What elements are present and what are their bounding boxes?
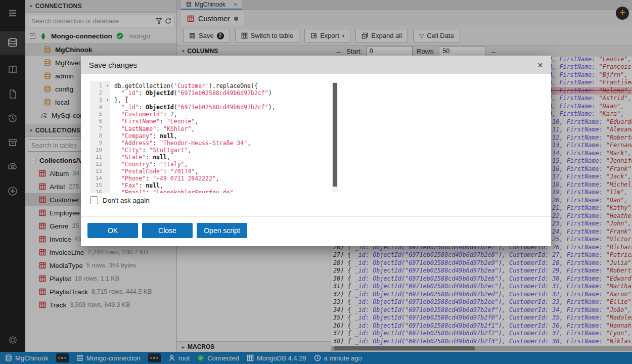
fold-icon[interactable]: ▾ [106,82,109,89]
open-script-button[interactable]: Open script [197,223,247,238]
scrollbar-thumb[interactable] [333,83,337,187]
code-line: "_id": ObjectId("6971eb02588cd49b6d97b2c… [114,104,338,111]
code-line: "Phone": "+49 0711 2842222", [114,175,338,182]
code-line: "State": null, [114,154,338,161]
code-line: "Company": null, [114,132,338,140]
code-line: "FirstName": "Leonie", [114,118,338,125]
dont-ask-again-label: Don't ask again [103,197,150,204]
editor-scrollbar[interactable] [332,82,338,192]
app-window: ▾ CONNECTIONS − Mongo-connection mongo M… [0,0,632,364]
code-line: "Country": "Italy", [114,161,338,168]
code-line: "CustomerId": 2, [114,111,338,118]
code-line: "LastName": "Köhler", [114,125,338,132]
ok-button[interactable]: OK [87,223,138,238]
dialog-footer: OK Close Open script [87,223,247,238]
code-line: "Address": "Theodor-Heuss-Straße 34", [114,140,338,147]
dialog-header: Save changes × [81,56,551,74]
code-line: }, { [114,97,338,104]
code-line: "_id": ObjectId("6971eb02588cd49b6d97b2c… [114,89,338,97]
code-line: "Fax": null, [114,182,338,189]
save-changes-dialog: Save changes × 1▾23▾45678910111213141516… [81,56,551,246]
close-button[interactable]: Close [142,223,193,238]
dialog-title: Save changes [89,61,137,69]
close-icon[interactable]: × [537,60,543,70]
script-editor[interactable]: 1▾23▾45678910111213141516 db.getCollecti… [90,81,338,193]
fold-icon[interactable]: ▾ [106,97,109,104]
dialog-divider [81,216,551,217]
dont-ask-again-row: Don't ask again [90,196,150,204]
editor-gutter: 1▾23▾45678910111213141516 [90,81,110,193]
dont-ask-again-checkbox[interactable] [90,196,98,204]
code-line: db.getCollection('Customer').replaceOne(… [114,82,338,89]
code-line: "Email": "leonekohler@surfeu.de", [114,189,338,193]
code-lines[interactable]: db.getCollection('Customer').replaceOne(… [110,81,338,193]
code-line: "PostalCode": "70174", [114,168,338,175]
code-line: "City": "Stuttgart", [114,147,338,154]
